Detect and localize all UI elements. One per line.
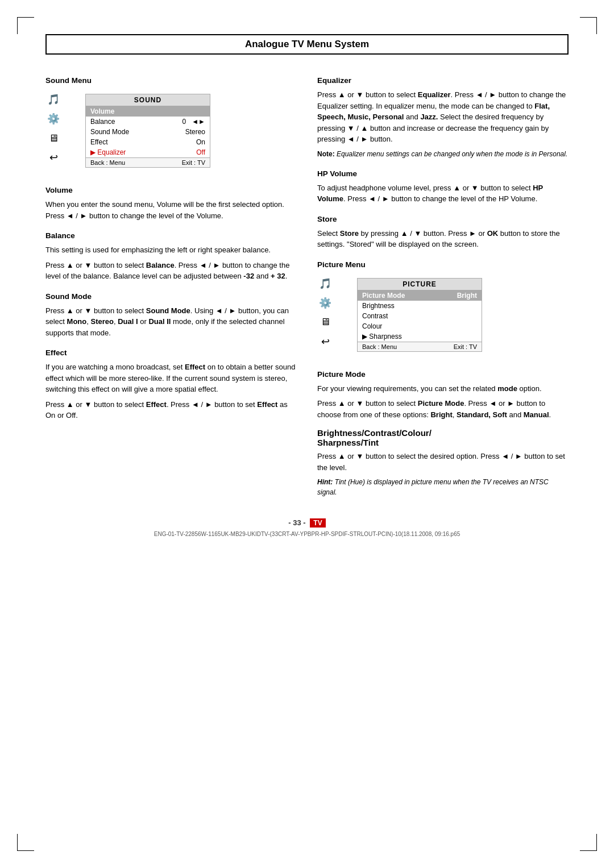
equalizer-note: Note: Equalizer menu settings can be cha…	[317, 149, 569, 159]
sound-icons: 🎵 ⚙️ 🖥 ↩	[45, 92, 61, 169]
row-label-equalizer: ▶ Equalizer	[90, 148, 126, 156]
picture-menu-row-sharpness: ▶ Sharpness	[358, 331, 482, 342]
title-wrapper: Analogue TV Menu System	[45, 34, 569, 66]
picture-menu-row-contrast: Contrast	[358, 311, 482, 321]
hp-volume-text: To adjust headphone volume level, press …	[317, 182, 569, 205]
display-icon: 🖥	[45, 130, 61, 146]
picture-mode-text2: Press ▲ or ▼ button to select Picture Mo…	[317, 398, 569, 420]
row-label-sharpness: ▶ Sharpness	[362, 333, 402, 340]
sound-menu-footer: Back : Menu Exit : TV	[86, 157, 210, 167]
right-column: Equalizer Press ▲ or ▼ button to select …	[317, 76, 569, 501]
settings-icon: ⚙️	[45, 111, 61, 127]
arrow-icon: ↩	[45, 149, 61, 165]
two-col-layout: Sound Menu 🎵 ⚙️ 🖥 ↩ SOUND Volume Bal	[45, 76, 569, 501]
sound-menu-header: SOUND	[86, 94, 210, 106]
row-label-effect: Effect	[90, 138, 107, 146]
row-label-soundmode: Sound Mode	[90, 128, 129, 136]
row-label-contrast: Contrast	[362, 312, 388, 320]
corner-mark-tl	[17, 17, 34, 34]
sound-mode-title: Sound Mode	[45, 292, 297, 301]
effect-title: Effect	[45, 348, 297, 357]
picture-menu-row-colour: Colour	[358, 321, 482, 331]
row-label-volume: Volume	[90, 107, 114, 115]
picture-menu-with-icons: 🎵 ⚙️ 🖥 ↩ PICTURE Picture Mode Bright Bri…	[317, 273, 569, 360]
balance-title: Balance	[45, 231, 297, 240]
row-label-brightness: Brightness	[362, 302, 395, 310]
sound-menu-exit: Exit : TV	[182, 159, 205, 166]
page-number: - 33 -	[288, 518, 308, 527]
corner-mark-tr	[580, 17, 597, 34]
picture-menu-row-mode: Picture Mode Bright	[358, 290, 482, 301]
store-text: Select Store by pressing ▲ / ▼ button. P…	[317, 228, 569, 250]
row-label-balance: Balance	[90, 118, 115, 126]
effect-text1: If you are watching a mono broadcast, se…	[45, 362, 297, 395]
sound-menu-box: SOUND Volume Balance 0 ◄► Sound Mode Ste…	[85, 94, 210, 168]
footer-ref: ENG-01-TV-22856W-1165UK-MB29-UKIDTV-(33C…	[45, 531, 569, 537]
picture-menu-footer: Back : Menu Exit : TV	[358, 342, 482, 351]
picture-menu-back: Back : Menu	[362, 343, 397, 350]
left-column: Sound Menu 🎵 ⚙️ 🖥 ↩ SOUND Volume Bal	[45, 76, 297, 501]
picture-mode-title: Picture Mode	[317, 370, 569, 379]
sound-menu-row-effect: Effect On	[86, 137, 210, 147]
row-val-picturemode: Bright	[457, 292, 477, 300]
sound-menu-row-equalizer: ▶ Equalizer Off	[86, 147, 210, 157]
balance-text2: Press ▲ or ▼ button to select Balance. P…	[45, 260, 297, 282]
picture-menu-title: Picture Menu	[317, 260, 569, 269]
volume-title: Volume	[45, 186, 297, 194]
sound-menu-row-soundmode: Sound Mode Stereo	[86, 127, 210, 137]
sound-menu-row-balance: Balance 0 ◄►	[86, 117, 210, 127]
picture-menu-exit: Exit : TV	[454, 343, 477, 350]
main-title: Analogue TV Menu System	[45, 34, 569, 55]
sound-menu-with-icons: 🎵 ⚙️ 🖥 ↩ SOUND Volume Balance 0 ◄►	[45, 89, 297, 176]
sound-mode-text: Press ▲ or ▼ button to select Sound Mode…	[45, 305, 297, 339]
page: Analogue TV Menu System Sound Menu 🎵 ⚙️ …	[0, 0, 614, 868]
store-title: Store	[317, 215, 569, 223]
picture-settings-icon: ⚙️	[317, 295, 333, 311]
picture-icons: 🎵 ⚙️ 🖥 ↩	[317, 276, 333, 353]
bccs-hint: Hint: Tint (Hue) is displayed in picture…	[317, 477, 569, 497]
corner-mark-br	[580, 834, 597, 851]
picture-menu-header: PICTURE	[358, 279, 482, 290]
sound-menu-title: Sound Menu	[45, 76, 297, 85]
row-val-effect: On	[196, 138, 205, 146]
volume-text: When you enter the sound menu, Volume wi…	[45, 199, 297, 221]
hp-volume-title: HP Volume	[317, 169, 569, 178]
picture-mode-text1: For your viewing requirements, you can s…	[317, 383, 569, 394]
equalizer-title: Equalizer	[317, 76, 569, 85]
bccs-text: Press ▲ or ▼ button to select the desire…	[317, 451, 569, 473]
bccs-title: Brightness/Contrast/Colour/Sharpness/Tin…	[317, 428, 569, 447]
row-label-colour: Colour	[362, 322, 382, 330]
tv-badge: TV	[310, 518, 325, 528]
picture-arrow-icon: ↩	[317, 334, 333, 350]
corner-mark-bl	[17, 834, 34, 851]
row-label-picturemode: Picture Mode	[362, 292, 405, 300]
picture-menu-row-brightness: Brightness	[358, 301, 482, 311]
row-val-soundmode: Stereo	[185, 128, 205, 136]
music-icon: 🎵	[45, 92, 61, 107]
row-val-equalizer: Off	[196, 148, 205, 156]
picture-display-icon: 🖥	[317, 314, 333, 330]
effect-text2: Press ▲ or ▼ button to select Effect. Pr…	[45, 399, 297, 421]
equalizer-text1: Press ▲ or ▼ button to select Equalizer.…	[317, 89, 569, 145]
balance-text1: This setting is used for emphasizing the…	[45, 244, 297, 256]
picture-music-icon: 🎵	[317, 276, 333, 292]
sound-menu-row-volume: Volume	[86, 106, 210, 117]
page-footer: - 33 - TV ENG-01-TV-22856W-1165UK-MB29-U…	[45, 518, 569, 537]
picture-menu-box: PICTURE Picture Mode Bright Brightness C…	[357, 278, 482, 352]
sound-menu-back: Back : Menu	[90, 159, 125, 166]
